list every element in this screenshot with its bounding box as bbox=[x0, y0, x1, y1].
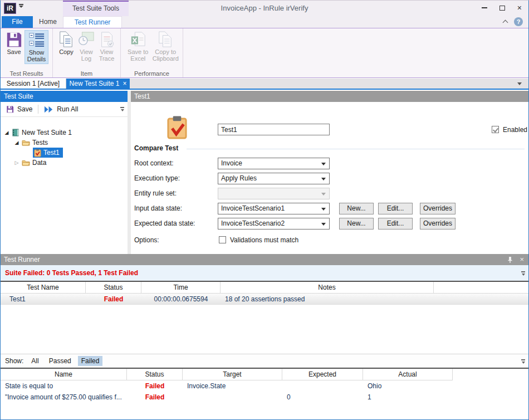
input-data-state-label: Input data state: bbox=[134, 203, 182, 214]
expected-data-state-label: Expected data state: bbox=[134, 218, 195, 229]
test-runner-panel: Test Runner × Suite Failed: 0 Tests Pass… bbox=[1, 254, 528, 419]
chevron-down-icon bbox=[321, 223, 326, 226]
entity-rule-set-dropdown[interactable] bbox=[218, 188, 330, 199]
tree-item-test1[interactable]: Test1 bbox=[33, 148, 63, 158]
enabled-label: Enabled bbox=[503, 124, 527, 136]
column-header-target[interactable]: Target bbox=[183, 369, 282, 380]
tab-test-runner[interactable]: Test Runner bbox=[63, 16, 122, 28]
toolbar-separator bbox=[38, 105, 38, 114]
column-header-expected[interactable]: Expected bbox=[282, 369, 363, 380]
column-header-notes[interactable]: Notes bbox=[221, 282, 434, 294]
excel-icon bbox=[130, 31, 146, 48]
tab-home[interactable]: Home bbox=[33, 16, 63, 28]
app-logo-icon[interactable]: iR bbox=[4, 3, 16, 14]
chevron-down-icon bbox=[321, 163, 326, 165]
copy-to-clipboard-button[interactable]: Copy to Clipboard bbox=[153, 30, 179, 63]
input-overrides-button[interactable]: Overrides bbox=[420, 203, 455, 214]
show-details-button[interactable]: Show Details bbox=[25, 30, 48, 64]
save-button[interactable]: Save bbox=[4, 30, 23, 56]
show-details-icon bbox=[28, 32, 45, 48]
tree-item-tests-folder[interactable]: ◢ Tests bbox=[14, 138, 48, 148]
save-to-excel-button[interactable]: Save to Excel bbox=[125, 30, 151, 63]
run-all-icon[interactable] bbox=[44, 106, 53, 113]
assertion-row[interactable]: "Invoice amount of $275.00 qualifies f..… bbox=[1, 392, 528, 403]
test-detail-panel: Test1 Enabled Compare Test Root context:… bbox=[131, 91, 529, 254]
toolbar-save-button[interactable]: Save bbox=[17, 105, 32, 113]
test-suite-panel: Test Suite Save Run All ◢ New Test Suite… bbox=[1, 91, 128, 254]
show-label: Show: bbox=[5, 357, 23, 365]
copy-icon bbox=[58, 31, 75, 48]
section-title: Compare Test bbox=[134, 144, 178, 152]
view-trace-button[interactable]: View Trace bbox=[97, 30, 116, 63]
expected-overrides-button[interactable]: Overrides bbox=[420, 218, 455, 229]
input-data-state-dropdown[interactable]: InvoiceTestScenario1 bbox=[218, 203, 330, 214]
close-window-icon[interactable]: × bbox=[517, 4, 522, 12]
ribbon-group-test-results: Save Show Details Test Results bbox=[1, 28, 53, 77]
show-overflow-toggle[interactable] bbox=[521, 359, 526, 364]
tab-list-dropdown-icon[interactable] bbox=[517, 82, 522, 85]
tab-new-test-suite-1[interactable]: New Test Suite 1× bbox=[66, 79, 130, 89]
column-header-test-name[interactable]: Test Name bbox=[1, 282, 86, 294]
test-suite-panel-header: Test Suite bbox=[1, 91, 128, 102]
test-suite-icon bbox=[12, 129, 19, 136]
tree-item-suite[interactable]: ◢ New Test Suite 1 bbox=[4, 128, 72, 138]
collapsed-arrow-icon[interactable]: ▷ bbox=[14, 158, 19, 168]
copy-button[interactable]: Copy bbox=[57, 30, 76, 56]
expected-new-button[interactable]: New... bbox=[339, 218, 374, 229]
tree-item-data-folder[interactable]: ▷ Data bbox=[14, 158, 46, 168]
enabled-checkbox[interactable] bbox=[492, 126, 499, 133]
results-empty-area bbox=[1, 305, 528, 354]
input-edit-button[interactable]: Edit... bbox=[378, 203, 413, 214]
summary-overflow-toggle[interactable] bbox=[521, 271, 526, 276]
folder-icon bbox=[22, 159, 30, 166]
input-new-button[interactable]: New... bbox=[339, 203, 374, 214]
test-name-input[interactable] bbox=[218, 124, 330, 135]
test-runner-panel-header: Test Runner × bbox=[1, 254, 528, 265]
tab-file[interactable]: File bbox=[2, 16, 33, 28]
test-detail-header: Test1 bbox=[131, 91, 529, 102]
execution-type-dropdown[interactable]: Apply Rules bbox=[218, 173, 330, 184]
toolbar-overflow-toggle[interactable] bbox=[120, 107, 125, 111]
help-icon[interactable]: ? bbox=[514, 17, 523, 26]
column-header-name[interactable]: Name bbox=[1, 369, 127, 380]
filter-all[interactable]: All bbox=[28, 356, 42, 366]
filter-failed[interactable]: Failed bbox=[78, 356, 103, 366]
column-header-status[interactable]: Status bbox=[127, 369, 183, 380]
close-panel-icon[interactable]: × bbox=[520, 254, 524, 265]
save-icon[interactable] bbox=[6, 105, 14, 113]
assertion-row[interactable]: State is equal to Failed Invoice.State O… bbox=[1, 380, 528, 392]
document-tab-strip: Session 1 [Active] New Test Suite 1× bbox=[1, 79, 528, 90]
ribbon: Save Show Details Test Results Copy View… bbox=[1, 28, 528, 78]
group-label-item: Item bbox=[53, 70, 120, 77]
chevron-down-icon bbox=[321, 178, 326, 180]
execution-type-label: Execution type: bbox=[134, 173, 180, 184]
group-label-performance: Performance bbox=[121, 70, 183, 77]
expected-data-state-dropdown[interactable]: InvoiceTestScenario2 bbox=[218, 218, 330, 229]
chevron-down-icon bbox=[321, 208, 326, 211]
options-label: Options: bbox=[134, 235, 159, 246]
collapse-ribbon-icon[interactable] bbox=[503, 20, 508, 26]
column-header-time[interactable]: Time bbox=[141, 282, 221, 294]
quick-access-dropdown-icon[interactable] bbox=[19, 6, 23, 8]
view-log-button[interactable]: View Log bbox=[77, 30, 96, 63]
expected-edit-button[interactable]: Edit... bbox=[378, 218, 413, 229]
expanded-arrow-icon[interactable]: ◢ bbox=[4, 128, 9, 138]
selected-tree-node[interactable]: Test1 bbox=[33, 148, 63, 158]
ribbon-group-performance: Save to Excel Copy to Clipboard Performa… bbox=[121, 28, 183, 77]
expanded-arrow-icon[interactable]: ◢ bbox=[14, 138, 19, 148]
result-row-test1[interactable]: Test1 Failed 00:00:00.0675594 18 of 20 a… bbox=[1, 294, 528, 305]
column-header-status[interactable]: Status bbox=[86, 282, 141, 294]
folder-icon bbox=[22, 139, 30, 146]
validations-must-match-checkbox[interactable] bbox=[219, 236, 226, 243]
root-context-dropdown[interactable]: Invoice bbox=[218, 158, 330, 169]
close-tab-icon[interactable]: × bbox=[123, 80, 126, 87]
filter-passed[interactable]: Passed bbox=[46, 356, 75, 366]
column-header-filler bbox=[434, 282, 528, 294]
results-grid-header: Test Name Status Time Notes bbox=[1, 282, 528, 294]
tab-session-1[interactable]: Session 1 [Active] bbox=[1, 79, 66, 89]
pin-icon[interactable] bbox=[507, 256, 513, 263]
column-header-actual[interactable]: Actual bbox=[363, 369, 453, 380]
maximize-icon[interactable] bbox=[499, 6, 505, 11]
toolbar-run-all-button[interactable]: Run All bbox=[57, 105, 78, 113]
minimize-icon[interactable] bbox=[482, 7, 487, 8]
